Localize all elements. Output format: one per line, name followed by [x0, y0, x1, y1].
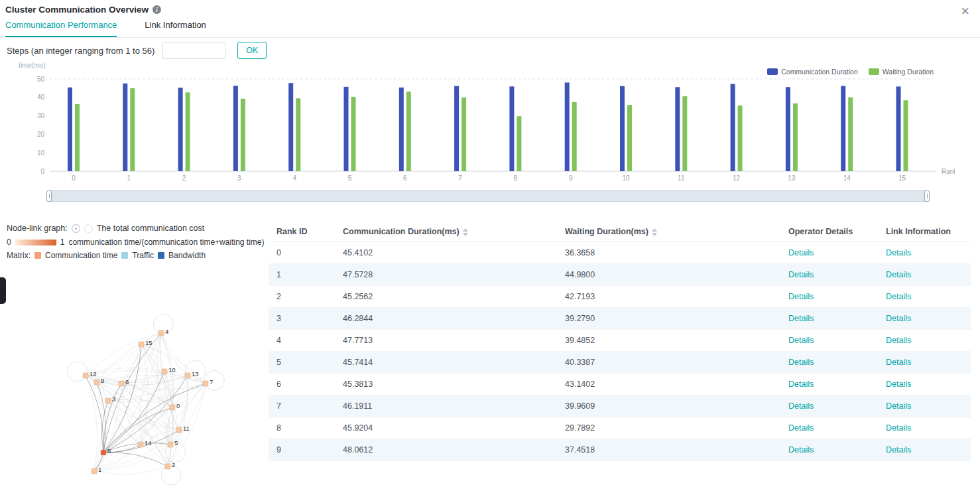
force-layout-icon[interactable]	[72, 224, 80, 233]
waiting-duration-cell: 39.4852	[557, 330, 780, 352]
svg-text:8: 8	[107, 447, 111, 455]
operator-details-link[interactable]: Details	[788, 380, 814, 389]
waiting-duration-cell: 29.7892	[557, 417, 780, 439]
svg-text:30: 30	[37, 112, 45, 119]
communication-duration-cell: 45.2562	[335, 286, 557, 308]
rank-id-cell: 2	[269, 286, 335, 308]
svg-text:2: 2	[182, 175, 186, 182]
svg-text:9: 9	[569, 175, 573, 182]
scrollbar-right-handle[interactable]	[924, 190, 930, 202]
y-axis-label: time(ms)	[19, 61, 46, 69]
circle-layout-icon[interactable]	[84, 224, 93, 233]
sort-icon[interactable]	[652, 228, 657, 236]
column-header-communication-duration-ms-[interactable]: Communication Duration(ms)	[335, 222, 557, 242]
link-information-cell: Details	[878, 330, 971, 352]
sort-icon[interactable]	[463, 228, 468, 236]
link-information-cell: Details	[878, 374, 971, 395]
link-information-cell: Details	[878, 417, 971, 439]
rank-id-cell: 1	[269, 264, 335, 286]
waiting-duration-cell: 43.1402	[557, 374, 780, 395]
svg-text:10: 10	[37, 149, 45, 157]
gradient-min: 0	[7, 238, 11, 247]
operator-details-link[interactable]: Details	[788, 423, 814, 433]
link-information-link[interactable]: Details	[886, 423, 911, 433]
operator-details-link[interactable]: Details	[788, 292, 814, 301]
rank-id-cell: 3	[269, 308, 335, 330]
rank-table: Rank IDCommunication Duration(ms)Waiting…	[269, 222, 971, 461]
waiting-duration-cell: 37.4518	[557, 439, 780, 461]
link-information-link[interactable]: Details	[886, 401, 911, 411]
node-link-description: The total communication cost	[97, 224, 205, 233]
svg-text:13: 13	[192, 370, 199, 378]
svg-text:12: 12	[733, 175, 741, 182]
svg-text:7: 7	[210, 378, 213, 386]
table-row: 245.256242.7193DetailsDetails	[269, 286, 971, 308]
operator-details-cell: Details	[780, 374, 878, 395]
svg-text:5: 5	[174, 439, 178, 447]
operator-details-cell: Details	[780, 286, 878, 308]
operator-details-cell: Details	[780, 352, 878, 374]
link-information-link[interactable]: Details	[886, 248, 911, 257]
svg-text:2: 2	[172, 461, 175, 468]
cluster-communication-dialog: Cluster Communication Overview i × Commu…	[0, 0, 980, 491]
link-information-link[interactable]: Details	[886, 314, 911, 323]
table-row: 147.572844.9800DetailsDetails	[269, 264, 971, 286]
operator-details-link[interactable]: Details	[788, 358, 814, 367]
operator-details-link[interactable]: Details	[788, 401, 814, 411]
operator-details-link[interactable]: Details	[788, 270, 814, 279]
node-link-graph[interactable]: 0123456789101112131415	[36, 305, 235, 488]
link-information-link[interactable]: Details	[886, 380, 911, 389]
link-information-link[interactable]: Details	[886, 336, 911, 345]
tab-link-information[interactable]: Link Information	[145, 19, 206, 37]
operator-details-cell: Details	[780, 439, 878, 461]
column-label: Link Information	[886, 227, 951, 236]
communication-bar-chart[interactable]: 010203040500123456789101112131415Rank ID	[27, 70, 955, 183]
chart-scrollbar[interactable]	[46, 190, 930, 202]
column-label: Waiting Duration(ms)	[565, 227, 648, 236]
column-header-waiting-duration-ms-[interactable]: Waiting Duration(ms)	[557, 222, 780, 242]
svg-text:10: 10	[168, 366, 176, 374]
table-row: 746.191139.9609DetailsDetails	[269, 395, 971, 417]
column-label: Rank ID	[276, 227, 308, 236]
svg-text:15: 15	[145, 339, 153, 346]
rank-id-cell: 4	[269, 330, 335, 352]
operator-details-cell: Details	[780, 264, 878, 286]
operator-details-link[interactable]: Details	[788, 314, 814, 323]
tab-communication-performance[interactable]: Communication Performance	[5, 19, 117, 37]
panel-collapse-handle[interactable]	[0, 277, 6, 304]
table-row: 948.061237.4518DetailsDetails	[269, 439, 971, 461]
info-icon[interactable]: i	[153, 5, 161, 14]
matrix-swatch-bandwidth	[158, 252, 164, 259]
gradient-legend-row: 0 1 communication time/(communication ti…	[7, 238, 264, 247]
link-information-link[interactable]: Details	[886, 445, 911, 455]
svg-text:6: 6	[125, 378, 129, 386]
operator-details-link[interactable]: Details	[788, 248, 814, 257]
communication-duration-cell: 45.7414	[335, 352, 557, 374]
steps-input[interactable]	[162, 42, 225, 59]
gradient-caption: communication time/(communication time+w…	[68, 238, 264, 247]
operator-details-link[interactable]: Details	[788, 445, 814, 455]
gradient-max: 1	[60, 238, 65, 247]
link-information-link[interactable]: Details	[886, 270, 911, 279]
communication-duration-cell: 46.2844	[335, 308, 557, 330]
close-icon[interactable]: ×	[961, 4, 969, 19]
matrix-label: Matrix:	[7, 251, 31, 260]
scrollbar-left-handle[interactable]	[46, 190, 52, 202]
svg-text:15: 15	[898, 175, 906, 182]
svg-text:Rank ID: Rank ID	[942, 168, 955, 175]
svg-text:4: 4	[292, 175, 296, 182]
link-information-link[interactable]: Details	[886, 292, 911, 301]
tab-bar: Communication Performance Link Informati…	[0, 19, 980, 38]
link-information-link[interactable]: Details	[886, 358, 911, 367]
link-information-cell: Details	[878, 352, 971, 374]
waiting-duration-cell: 40.3387	[557, 352, 780, 374]
link-information-cell: Details	[878, 308, 971, 330]
operator-details-link[interactable]: Details	[788, 336, 814, 345]
svg-text:9: 9	[101, 377, 104, 384]
svg-text:13: 13	[788, 175, 796, 182]
dialog-header: Cluster Communication Overview i	[5, 5, 161, 15]
svg-text:0: 0	[72, 175, 76, 182]
operator-details-cell: Details	[780, 417, 878, 439]
ok-button[interactable]: OK	[237, 42, 267, 59]
matrix-label-communication-time: Communication time	[45, 251, 117, 260]
